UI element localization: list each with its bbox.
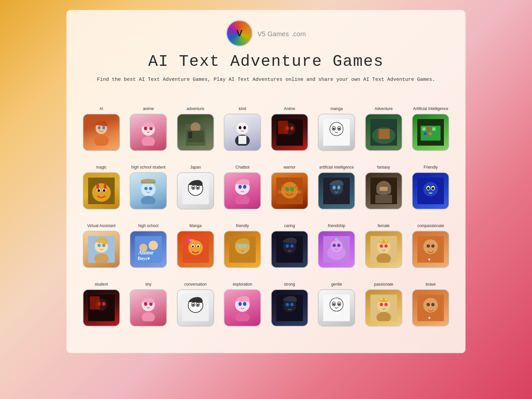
svg-point-27 bbox=[333, 128, 335, 130]
svg-point-48 bbox=[141, 182, 156, 197]
game-card-3-4[interactable]: strong bbox=[268, 278, 311, 327]
svg-point-24 bbox=[330, 122, 343, 136]
game-label-1-5: artificial intelligence bbox=[319, 161, 354, 170]
game-image-0-7 bbox=[413, 114, 449, 150]
game-image-wrap-1-1 bbox=[130, 172, 167, 209]
svg-point-115 bbox=[331, 240, 342, 252]
svg-point-75 bbox=[337, 186, 340, 190]
game-label-2-0: Virtual Assistant bbox=[87, 219, 115, 229]
game-card-3-0[interactable]: student bbox=[80, 278, 123, 327]
svg-point-141 bbox=[192, 304, 194, 306]
game-card-3-2[interactable]: conversation bbox=[174, 278, 217, 327]
svg-point-53 bbox=[141, 179, 156, 183]
game-image-2-5 bbox=[319, 231, 354, 267]
svg-point-59 bbox=[197, 187, 199, 189]
svg-point-122 bbox=[384, 244, 388, 248]
game-card-0-0[interactable]: AI bbox=[80, 102, 123, 151]
svg-rect-31 bbox=[378, 129, 390, 139]
game-card-2-6[interactable]: female bbox=[362, 219, 405, 268]
svg-point-107 bbox=[238, 244, 242, 248]
game-card-3-5[interactable]: gentle bbox=[315, 278, 358, 327]
svg-point-1 bbox=[94, 135, 109, 146]
game-card-3-3[interactable]: exploration bbox=[221, 278, 264, 327]
game-label-2-1: high school bbox=[138, 219, 159, 229]
game-card-0-3[interactable]: kind bbox=[221, 102, 264, 151]
game-card-2-2[interactable]: MangaHA! bbox=[174, 219, 217, 268]
svg-text:♥: ♥ bbox=[428, 316, 431, 321]
svg-point-21 bbox=[290, 126, 294, 130]
game-card-3-1[interactable]: shy bbox=[127, 278, 170, 327]
svg-point-49 bbox=[141, 196, 156, 204]
game-label-0-3: kind bbox=[239, 102, 246, 112]
game-image-wrap-2-5 bbox=[318, 231, 355, 268]
game-card-0-1[interactable]: anime bbox=[127, 102, 170, 151]
game-card-2-5[interactable]: friendship bbox=[315, 219, 358, 268]
header: V V5 Games .com AI Text Adventure Games … bbox=[80, 20, 452, 96]
game-label-0-5: manga bbox=[331, 102, 343, 112]
svg-point-66 bbox=[285, 187, 289, 192]
game-card-0-4[interactable]: Anime bbox=[268, 102, 311, 151]
game-card-0-5[interactable]: manga bbox=[315, 102, 358, 151]
game-card-1-2[interactable]: Japan bbox=[174, 161, 217, 209]
game-card-2-1[interactable]: high schoolAnimeBoys♥ bbox=[127, 219, 170, 268]
svg-point-85 bbox=[427, 187, 430, 190]
svg-point-102 bbox=[197, 245, 199, 247]
game-card-0-6[interactable]: Adventure bbox=[362, 102, 405, 151]
svg-point-146 bbox=[243, 302, 246, 306]
game-card-0-7[interactable]: Artificial Intelligence bbox=[409, 102, 453, 151]
game-image-wrap-3-7: ♥ bbox=[412, 289, 449, 327]
game-image-wrap-0-0 bbox=[83, 114, 120, 151]
game-card-1-5[interactable]: artificial intelligence bbox=[315, 161, 358, 209]
game-image-wrap-2-0 bbox=[83, 231, 120, 268]
svg-rect-37 bbox=[432, 127, 436, 131]
game-label-3-2: conversation bbox=[184, 278, 207, 287]
svg-point-3 bbox=[98, 126, 100, 129]
svg-rect-47 bbox=[104, 184, 106, 189]
svg-text:HA!: HA! bbox=[190, 239, 195, 242]
game-card-1-3[interactable]: Chatbot bbox=[221, 161, 264, 209]
game-label-0-0: AI bbox=[99, 102, 103, 112]
game-image-wrap-1-3 bbox=[224, 172, 261, 209]
game-card-0-2[interactable]: adventure bbox=[174, 102, 217, 151]
svg-point-150 bbox=[290, 303, 294, 306]
svg-point-144 bbox=[235, 312, 250, 321]
svg-rect-39 bbox=[429, 132, 432, 135]
site-logo[interactable]: V bbox=[226, 20, 253, 47]
svg-rect-36 bbox=[427, 127, 431, 131]
game-card-2-3[interactable]: friendly bbox=[221, 219, 264, 268]
game-card-2-7[interactable]: compassionate♥ bbox=[409, 219, 453, 268]
svg-point-13 bbox=[236, 122, 248, 134]
game-card-1-0[interactable]: magic bbox=[80, 161, 123, 209]
svg-point-58 bbox=[192, 187, 194, 189]
svg-rect-35 bbox=[422, 127, 426, 131]
game-card-3-7[interactable]: brave♥ bbox=[409, 278, 453, 327]
game-image-wrap-2-3 bbox=[224, 231, 261, 268]
game-image-wrap-3-6 bbox=[365, 289, 402, 327]
game-image-wrap-0-4 bbox=[271, 114, 308, 151]
svg-rect-32 bbox=[378, 129, 379, 139]
game-image-wrap-1-4 bbox=[271, 172, 308, 209]
svg-point-51 bbox=[149, 187, 152, 190]
game-card-3-6[interactable]: passionate bbox=[362, 278, 405, 327]
game-card-2-0[interactable]: Virtual Assistant bbox=[80, 219, 123, 268]
game-image-wrap-2-7: ♥ bbox=[412, 231, 449, 268]
game-card-2-4[interactable]: caring bbox=[268, 219, 311, 268]
page-wrapper: V V5 Games .com AI Text Adventure Games … bbox=[66, 10, 466, 353]
svg-point-61 bbox=[235, 195, 250, 204]
game-image-wrap-3-4 bbox=[271, 289, 308, 327]
svg-rect-12 bbox=[188, 132, 192, 138]
game-image-0-4 bbox=[272, 114, 308, 150]
svg-point-95 bbox=[149, 241, 158, 250]
game-card-1-4[interactable]: warrior bbox=[268, 161, 311, 209]
svg-point-134 bbox=[142, 312, 155, 321]
game-label-0-1: anime bbox=[143, 102, 154, 112]
svg-point-86 bbox=[432, 187, 434, 190]
svg-point-145 bbox=[238, 302, 242, 306]
game-image-wrap-3-3 bbox=[224, 289, 261, 327]
game-card-1-1[interactable]: high school student bbox=[127, 161, 170, 209]
game-card-1-6[interactable]: fantasy bbox=[362, 161, 405, 209]
game-label-3-6: passionate bbox=[374, 278, 393, 287]
game-card-1-7[interactable]: Friendly bbox=[409, 161, 453, 209]
svg-point-67 bbox=[290, 187, 294, 192]
game-image-wrap-0-3 bbox=[224, 114, 261, 151]
